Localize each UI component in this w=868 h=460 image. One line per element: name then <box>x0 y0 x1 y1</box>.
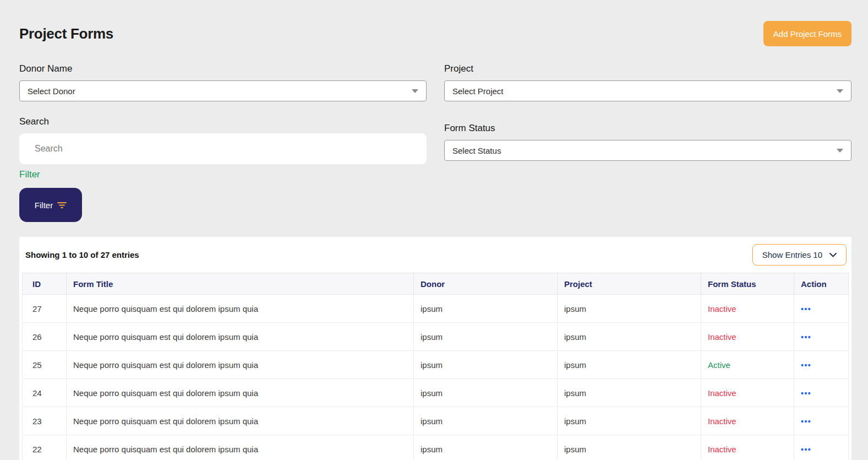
form-status-label: Form Status <box>444 122 851 134</box>
chevron-down-icon <box>829 253 837 257</box>
cell-id: 27 <box>23 295 67 323</box>
filter-icon <box>57 202 67 209</box>
table-header-row: ID Form Title Donor Project Form Status … <box>23 273 849 295</box>
project-label: Project <box>444 63 851 75</box>
page-header: Project Forms Add Project Forms <box>19 0 851 46</box>
status-badge: Inactive <box>708 332 736 342</box>
cell-project: ipsum <box>558 351 701 379</box>
table-toolbar: Showing 1 to 10 of 27 entries Show Entri… <box>19 237 851 273</box>
entries-summary: Showing 1 to 10 of 27 entries <box>25 250 139 259</box>
col-header-form-title: Form Title <box>67 273 414 295</box>
status-badge: Active <box>708 360 730 370</box>
cell-project: ipsum <box>558 295 701 323</box>
cell-id: 22 <box>23 435 67 460</box>
show-entries-button[interactable]: Show Entries 10 <box>752 244 847 266</box>
cell-id: 24 <box>23 379 67 407</box>
donor-select[interactable]: Select Donor <box>19 80 427 101</box>
table-row: 25 Neque porro quisquam est qui dolorem … <box>23 351 849 379</box>
col-header-project: Project <box>558 273 701 295</box>
cell-donor: ipsum <box>414 435 558 460</box>
filter-column-left: Donor Name Select Donor Search Filter Fi… <box>19 63 427 222</box>
cell-form-title: Neque porro quisquam est qui dolorem ips… <box>67 407 414 435</box>
cell-id: 25 <box>23 351 67 379</box>
caret-down-icon <box>837 89 843 93</box>
search-input[interactable] <box>19 133 427 164</box>
filter-column-right: Project Select Project Form Status Selec… <box>444 63 851 222</box>
page-title: Project Forms <box>19 25 113 42</box>
show-entries-label: Show Entries 10 <box>762 250 822 259</box>
col-header-action: Action <box>794 273 849 295</box>
cell-donor: ipsum <box>414 379 558 407</box>
table-row: 26 Neque porro quisquam est qui dolorem … <box>23 323 849 351</box>
table-card: Showing 1 to 10 of 27 entries Show Entri… <box>19 237 851 460</box>
cell-donor: ipsum <box>414 351 558 379</box>
cell-form-title: Neque porro quisquam est qui dolorem ips… <box>67 379 414 407</box>
filter-button-label: Filter <box>35 201 53 210</box>
status-badge: Inactive <box>708 304 736 313</box>
project-select-value: Select Project <box>452 86 504 96</box>
filter-link[interactable]: Filter <box>19 169 40 180</box>
table-row: 27 Neque porro quisquam est qui dolorem … <box>23 295 849 323</box>
row-actions-button[interactable]: ••• <box>801 361 811 369</box>
cell-donor: ipsum <box>414 323 558 351</box>
cell-id: 23 <box>23 407 67 435</box>
cell-form-title: Neque porro quisquam est qui dolorem ips… <box>67 351 414 379</box>
table-row: 22 Neque porro quisquam est qui dolorem … <box>23 435 849 460</box>
caret-down-icon <box>412 89 418 93</box>
row-actions-button[interactable]: ••• <box>801 446 811 453</box>
donor-name-label: Donor Name <box>19 63 427 75</box>
cell-form-title: Neque porro quisquam est qui dolorem ips… <box>67 295 414 323</box>
col-header-form-status: Form Status <box>701 273 794 295</box>
donor-select-value: Select Donor <box>28 86 75 96</box>
caret-down-icon <box>837 149 843 153</box>
form-status-select-value: Select Status <box>452 146 501 155</box>
form-status-select[interactable]: Select Status <box>444 140 851 161</box>
row-actions-button[interactable]: ••• <box>801 389 811 397</box>
row-actions-button[interactable]: ••• <box>801 333 811 341</box>
col-header-donor: Donor <box>414 273 558 295</box>
search-label: Search <box>19 116 427 128</box>
forms-table: ID Form Title Donor Project Form Status … <box>22 273 849 460</box>
cell-project: ipsum <box>558 407 701 435</box>
cell-project: ipsum <box>558 323 701 351</box>
add-project-forms-button[interactable]: Add Project Forms <box>763 21 851 46</box>
cell-project: ipsum <box>558 379 701 407</box>
row-actions-button[interactable]: ••• <box>801 305 811 313</box>
table-row: 23 Neque porro quisquam est qui dolorem … <box>23 407 849 435</box>
status-badge: Inactive <box>708 445 736 454</box>
col-header-id: ID <box>23 273 67 295</box>
row-actions-button[interactable]: ••• <box>801 418 811 425</box>
project-forms-page: Project Forms Add Project Forms Donor Na… <box>0 0 868 460</box>
filter-section: Donor Name Select Donor Search Filter Fi… <box>19 63 851 222</box>
table-row: 24 Neque porro quisquam est qui dolorem … <box>23 379 849 407</box>
project-select[interactable]: Select Project <box>444 80 851 101</box>
status-badge: Inactive <box>708 388 736 398</box>
cell-donor: ipsum <box>414 295 558 323</box>
status-badge: Inactive <box>708 416 736 426</box>
filter-button[interactable]: Filter <box>19 188 82 222</box>
cell-form-title: Neque porro quisquam est qui dolorem ips… <box>67 435 414 460</box>
cell-project: ipsum <box>558 435 701 460</box>
cell-form-title: Neque porro quisquam est qui dolorem ips… <box>67 323 414 351</box>
cell-id: 26 <box>23 323 67 351</box>
cell-donor: ipsum <box>414 407 558 435</box>
